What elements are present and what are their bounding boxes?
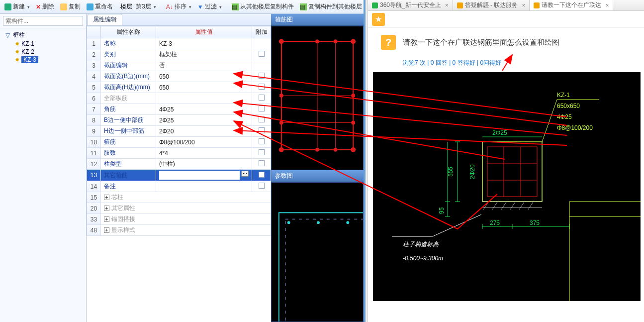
grid-row[interactable]: 7角筋4Φ25 xyxy=(87,104,271,115)
copy-button[interactable]: 复制 xyxy=(58,1,83,12)
prop-addflag[interactable] xyxy=(252,115,271,126)
prop-value[interactable]: 4*4 xyxy=(156,148,252,159)
browser-tab-0[interactable]: 360导航_新一代安全上× xyxy=(368,0,453,10)
prop-value[interactable]: 4Φ25 xyxy=(156,104,252,115)
tab-property-edit[interactable]: 属性编辑 xyxy=(88,14,122,25)
grid-row[interactable]: 14备注 xyxy=(87,181,271,192)
svg-point-7 xyxy=(279,147,284,152)
prop-addflag[interactable] xyxy=(252,71,271,82)
component-tree: ▽框柱 ✸KZ-1 ✸KZ-2 ✸KZ-3 xyxy=(0,28,86,322)
new-button[interactable]: 新建▾ xyxy=(2,1,32,12)
grid-row[interactable]: 6全部纵筋 xyxy=(87,93,271,104)
question-stats: 浏览7 次 | 0 回答 | 0 答得好 | 0问得好 xyxy=(368,57,644,72)
prop-value[interactable]: 2Φ20 xyxy=(156,126,252,137)
prop-addflag[interactable] xyxy=(252,148,271,159)
favorites-bar: ★ xyxy=(368,11,644,28)
svg-point-6 xyxy=(351,39,356,44)
favorite-star-icon[interactable]: ★ xyxy=(372,13,385,26)
grid-row[interactable]: 5截面高(H边)(mm)650 xyxy=(87,82,271,93)
close-icon[interactable]: × xyxy=(445,2,449,9)
browser-tab-2[interactable]: 请教一下这个在广联达× xyxy=(530,0,613,10)
prop-addflag[interactable] xyxy=(252,60,271,71)
svg-point-10 xyxy=(334,39,338,43)
copyfrom-button[interactable]: ▤从其他楼层复制构件 xyxy=(229,1,296,12)
svg-point-8 xyxy=(351,147,356,152)
prop-addflag[interactable] xyxy=(252,93,271,104)
sort-button[interactable]: A↓排序▾ xyxy=(164,1,194,12)
prop-value[interactable]: 框架柱 xyxy=(156,49,252,60)
expand-icon[interactable]: + xyxy=(104,195,109,200)
param-diagram xyxy=(271,182,364,322)
svg-rect-23 xyxy=(487,147,537,197)
prop-addflag[interactable] xyxy=(252,170,271,181)
prop-value[interactable]: ⋯ xyxy=(156,170,252,181)
grid-row[interactable]: 13其它箍筋⋯ xyxy=(87,170,271,181)
grid-row[interactable]: 11肢数4*4 xyxy=(87,148,271,159)
prop-value[interactable] xyxy=(156,93,252,104)
expand-icon[interactable]: + xyxy=(104,206,109,211)
prop-value[interactable] xyxy=(156,181,252,192)
grid-row[interactable]: 8B边一侧中部筋2Φ25 xyxy=(87,115,271,126)
prop-value[interactable]: 650 xyxy=(156,82,252,93)
grid-row[interactable]: 1名称KZ-3 xyxy=(87,38,271,49)
col-name: 属性名称 xyxy=(101,26,156,38)
prop-addflag[interactable] xyxy=(252,126,271,137)
tree-item-kz2[interactable]: ✸KZ-2 xyxy=(1,48,85,56)
prop-value[interactable]: Φ8@100/200 xyxy=(156,137,252,148)
prop-name: 备注 xyxy=(101,181,156,192)
tree-item-kz1[interactable]: ✸KZ-1 xyxy=(1,40,85,48)
svg-text:柱子构造标高: 柱子构造标高 xyxy=(403,241,440,248)
prop-addflag[interactable] xyxy=(252,159,271,170)
expand-icon[interactable]: + xyxy=(104,227,109,233)
grid-group-row[interactable]: 20+其它属性 xyxy=(87,203,271,214)
browser-tab-1[interactable]: 答疑解惑 - 联达服务× xyxy=(453,0,530,10)
svg-point-14 xyxy=(279,121,283,125)
copyto-button[interactable]: ▤复制构件到其他楼层 xyxy=(297,1,364,12)
prop-addflag[interactable] xyxy=(252,49,271,60)
row-number: 10 xyxy=(87,137,101,148)
grid-row[interactable]: 12柱类型(中柱) xyxy=(87,159,271,170)
svg-point-21 xyxy=(346,221,349,224)
prop-value[interactable]: 650 xyxy=(156,71,252,82)
more-button[interactable]: ⋯ xyxy=(241,171,249,177)
close-icon[interactable]: × xyxy=(522,2,525,9)
prop-addflag[interactable] xyxy=(252,38,271,49)
grid-row[interactable]: 3截面编辑否 xyxy=(87,60,271,71)
grid-group-row[interactable]: 15+芯柱 xyxy=(87,192,271,203)
browser-tabstrip: 360导航_新一代安全上× 答疑解惑 - 联达服务× 请教一下这个在广联达× xyxy=(368,0,644,11)
expand-icon[interactable]: + xyxy=(104,216,109,222)
value-input[interactable] xyxy=(159,171,240,180)
prop-value[interactable]: KZ-3 xyxy=(156,38,252,49)
tree-root[interactable]: ▽框柱 xyxy=(1,30,85,40)
filter-button[interactable]: ▼过滤▾ xyxy=(195,1,224,12)
grid-row[interactable]: 10箍筋Φ8@100/200 xyxy=(87,137,271,148)
svg-point-20 xyxy=(317,221,320,224)
grid-row[interactable]: 2类别框架柱 xyxy=(87,49,271,60)
prop-value[interactable]: (中柱) xyxy=(156,159,252,170)
question-title: 请教一下这个在广联达钢筋里面怎么设置和绘图 xyxy=(403,38,559,47)
delete-button[interactable]: ✕删除 xyxy=(33,1,57,12)
tree-item-kz3[interactable]: ✸KZ-3 xyxy=(1,56,85,64)
prop-addflag[interactable] xyxy=(252,181,271,192)
prop-name: 名称 xyxy=(101,38,156,49)
prop-value[interactable]: 2Φ25 xyxy=(156,115,252,126)
prop-value[interactable]: 否 xyxy=(156,60,252,71)
svg-text:Φ8@100/200: Φ8@100/200 xyxy=(557,124,593,131)
grid-row[interactable]: 9H边一侧中部筋2Φ20 xyxy=(87,126,271,137)
floor-select[interactable]: 第3层▾ xyxy=(133,1,159,12)
cad-drawing: KZ-1 650x650 4Φ25 Φ8@100/200 2Φ25 2Φ20 5… xyxy=(373,72,641,301)
component-sidebar: ▽框柱 ✸KZ-1 ✸KZ-2 ✸KZ-3 xyxy=(0,14,87,322)
svg-text:4Φ25: 4Φ25 xyxy=(557,113,572,120)
prop-addflag[interactable] xyxy=(252,82,271,93)
grid-group-row[interactable]: 33+锚固搭接 xyxy=(87,214,271,225)
prop-addflag[interactable] xyxy=(252,104,271,115)
search-input[interactable] xyxy=(3,16,83,26)
grid-row[interactable]: 4截面宽(B边)(mm)650 xyxy=(87,71,271,82)
glodon-app: 新建▾ ✕删除 复制 重命名 楼层 第3层▾ A↓排序▾ ▼过滤▾ ▤从其他楼层… xyxy=(0,0,366,322)
rename-button[interactable]: 重命名 xyxy=(84,1,115,12)
close-icon[interactable]: × xyxy=(605,2,609,9)
svg-point-9 xyxy=(315,39,319,43)
prop-addflag[interactable] xyxy=(252,137,271,148)
grid-group-row[interactable]: 48+显示样式 xyxy=(87,225,271,236)
svg-text:555: 555 xyxy=(447,167,454,177)
